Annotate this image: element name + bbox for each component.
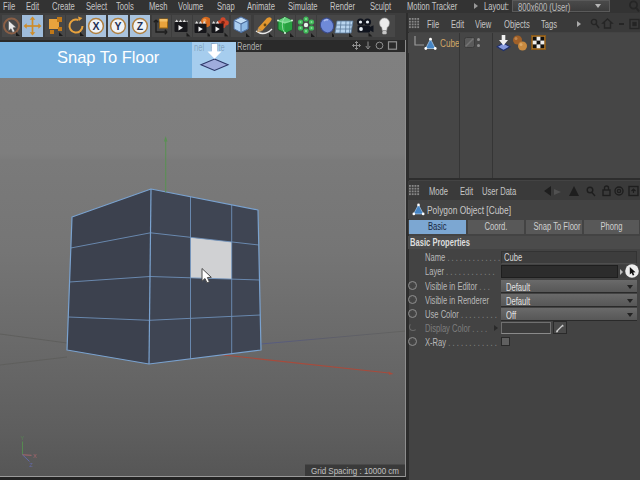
svg-text:X: X <box>33 453 37 459</box>
svg-text:Grid Spacing : 10000 cm: Grid Spacing : 10000 cm <box>311 466 399 476</box>
svg-text:Y: Y <box>21 435 25 441</box>
svg-text:X: X <box>92 20 99 32</box>
svg-text:Y: Y <box>114 20 121 32</box>
svg-text:Z: Z <box>137 20 144 32</box>
svg-text:Z: Z <box>30 462 34 468</box>
